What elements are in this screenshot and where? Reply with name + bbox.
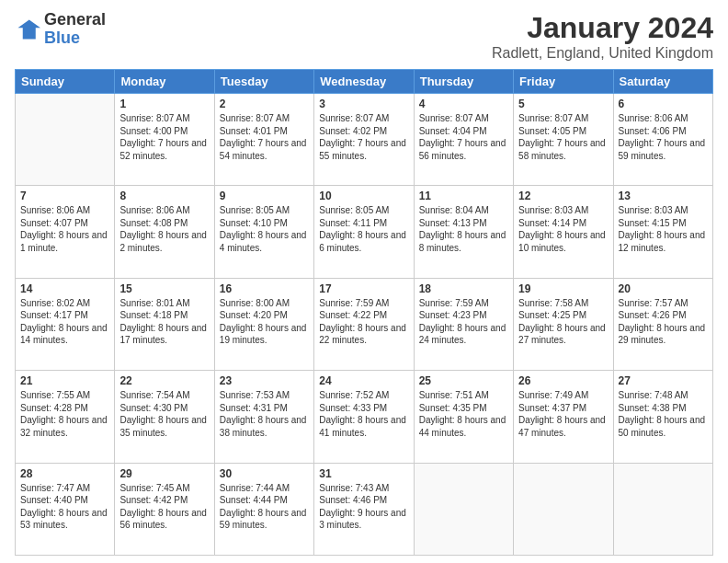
day-number: 23	[220, 374, 309, 387]
calendar-cell: 15Sunrise: 8:01 AMSunset: 4:18 PMDayligh…	[115, 278, 214, 370]
day-number: 1	[119, 98, 209, 110]
svg-marker-0	[18, 19, 41, 39]
header: General Blue January 2024 Radlett, Engla…	[15, 11, 713, 62]
calendar-cell: 7Sunrise: 8:06 AMSunset: 4:07 PMDaylight…	[16, 186, 115, 278]
calendar-cell: 14Sunrise: 8:02 AMSunset: 4:17 PMDayligh…	[16, 278, 115, 370]
cell-info: Sunrise: 7:49 AMSunset: 4:37 PMDaylight:…	[518, 389, 608, 439]
cell-info: Sunrise: 7:59 AMSunset: 4:22 PMDaylight:…	[319, 297, 408, 347]
calendar-cell: 28Sunrise: 7:47 AMSunset: 4:40 PMDayligh…	[16, 463, 115, 555]
calendar: SundayMondayTuesdayWednesdayThursdayFrid…	[15, 69, 713, 556]
cell-info: Sunrise: 8:03 AMSunset: 4:15 PMDaylight:…	[619, 204, 708, 254]
calendar-cell: 20Sunrise: 7:57 AMSunset: 4:26 PMDayligh…	[613, 278, 712, 370]
day-number: 17	[319, 282, 408, 295]
day-number: 13	[619, 190, 708, 202]
calendar-header-friday: Friday	[514, 70, 613, 94]
title-block: January 2024 Radlett, England, United Ki…	[492, 11, 713, 62]
cell-info: Sunrise: 7:48 AMSunset: 4:38 PMDaylight:…	[619, 389, 708, 439]
calendar-cell: 6Sunrise: 8:06 AMSunset: 4:06 PMDaylight…	[613, 94, 712, 186]
calendar-cell: 1Sunrise: 8:07 AMSunset: 4:00 PMDaylight…	[115, 94, 214, 186]
calendar-cell: 9Sunrise: 8:05 AMSunset: 4:10 PMDaylight…	[214, 186, 313, 278]
day-number: 2	[220, 98, 309, 110]
calendar-cell: 4Sunrise: 8:07 AMSunset: 4:04 PMDaylight…	[414, 94, 513, 186]
calendar-cell: 23Sunrise: 7:53 AMSunset: 4:31 PMDayligh…	[214, 371, 313, 463]
day-number: 8	[119, 190, 209, 202]
day-number: 31	[319, 467, 408, 480]
day-number: 22	[119, 374, 209, 387]
calendar-cell: 10Sunrise: 8:05 AMSunset: 4:11 PMDayligh…	[314, 186, 414, 278]
cell-info: Sunrise: 8:06 AMSunset: 4:07 PMDaylight:…	[20, 204, 109, 254]
calendar-cell: 22Sunrise: 7:54 AMSunset: 4:30 PMDayligh…	[115, 371, 214, 463]
logo: General Blue	[15, 11, 106, 48]
calendar-cell: 16Sunrise: 8:00 AMSunset: 4:20 PMDayligh…	[214, 278, 313, 370]
calendar-cell: 19Sunrise: 7:58 AMSunset: 4:25 PMDayligh…	[514, 278, 613, 370]
cell-info: Sunrise: 7:45 AMSunset: 4:42 PMDaylight:…	[119, 482, 209, 532]
cell-info: Sunrise: 8:07 AMSunset: 4:05 PMDaylight:…	[518, 112, 608, 162]
calendar-cell	[16, 94, 115, 186]
calendar-header-thursday: Thursday	[414, 70, 513, 94]
calendar-week-row: 28Sunrise: 7:47 AMSunset: 4:40 PMDayligh…	[16, 463, 713, 555]
calendar-cell: 24Sunrise: 7:52 AMSunset: 4:33 PMDayligh…	[314, 371, 414, 463]
logo-text: General Blue	[44, 11, 106, 48]
calendar-header-tuesday: Tuesday	[214, 70, 313, 94]
calendar-cell: 5Sunrise: 8:07 AMSunset: 4:05 PMDaylight…	[514, 94, 613, 186]
cell-info: Sunrise: 8:05 AMSunset: 4:10 PMDaylight:…	[220, 204, 309, 254]
day-number: 10	[319, 190, 408, 202]
day-number: 9	[220, 190, 309, 202]
page: General Blue January 2024 Radlett, Engla…	[0, 0, 728, 563]
cell-info: Sunrise: 7:54 AMSunset: 4:30 PMDaylight:…	[119, 389, 209, 439]
calendar-header-sunday: Sunday	[16, 70, 115, 94]
calendar-cell: 27Sunrise: 7:48 AMSunset: 4:38 PMDayligh…	[613, 371, 712, 463]
day-number: 28	[20, 467, 109, 480]
day-number: 5	[518, 98, 608, 110]
calendar-cell: 3Sunrise: 8:07 AMSunset: 4:02 PMDaylight…	[314, 94, 414, 186]
day-number: 4	[419, 98, 508, 110]
day-number: 16	[220, 282, 309, 295]
logo-icon	[15, 17, 40, 42]
logo-general-text: General	[44, 11, 106, 29]
cell-info: Sunrise: 8:06 AMSunset: 4:06 PMDaylight:…	[619, 112, 708, 162]
cell-info: Sunrise: 7:59 AMSunset: 4:23 PMDaylight:…	[419, 297, 508, 347]
calendar-header-monday: Monday	[115, 70, 214, 94]
calendar-cell: 13Sunrise: 8:03 AMSunset: 4:15 PMDayligh…	[613, 186, 712, 278]
cell-info: Sunrise: 8:05 AMSunset: 4:11 PMDaylight:…	[319, 204, 408, 254]
cell-info: Sunrise: 8:03 AMSunset: 4:14 PMDaylight:…	[518, 204, 608, 254]
day-number: 26	[518, 374, 608, 387]
cell-info: Sunrise: 7:55 AMSunset: 4:28 PMDaylight:…	[20, 389, 109, 439]
calendar-cell: 31Sunrise: 7:43 AMSunset: 4:46 PMDayligh…	[314, 463, 414, 555]
day-number: 19	[518, 282, 608, 295]
cell-info: Sunrise: 8:02 AMSunset: 4:17 PMDaylight:…	[20, 297, 109, 347]
day-number: 12	[518, 190, 608, 202]
calendar-cell	[514, 463, 613, 555]
cell-info: Sunrise: 7:53 AMSunset: 4:31 PMDaylight:…	[220, 389, 309, 439]
day-number: 27	[619, 374, 708, 387]
cell-info: Sunrise: 8:07 AMSunset: 4:02 PMDaylight:…	[319, 112, 408, 162]
month-title: January 2024	[492, 11, 713, 45]
cell-info: Sunrise: 7:57 AMSunset: 4:26 PMDaylight:…	[619, 297, 708, 347]
day-number: 21	[20, 374, 109, 387]
day-number: 3	[319, 98, 408, 110]
calendar-cell: 11Sunrise: 8:04 AMSunset: 4:13 PMDayligh…	[414, 186, 513, 278]
day-number: 6	[619, 98, 708, 110]
calendar-cell: 21Sunrise: 7:55 AMSunset: 4:28 PMDayligh…	[16, 371, 115, 463]
cell-info: Sunrise: 7:43 AMSunset: 4:46 PMDaylight:…	[319, 482, 408, 532]
day-number: 18	[419, 282, 508, 295]
calendar-cell: 26Sunrise: 7:49 AMSunset: 4:37 PMDayligh…	[514, 371, 613, 463]
cell-info: Sunrise: 8:00 AMSunset: 4:20 PMDaylight:…	[220, 297, 309, 347]
cell-info: Sunrise: 7:47 AMSunset: 4:40 PMDaylight:…	[20, 482, 109, 532]
cell-info: Sunrise: 8:01 AMSunset: 4:18 PMDaylight:…	[119, 297, 209, 347]
location: Radlett, England, United Kingdom	[492, 45, 713, 62]
calendar-cell: 18Sunrise: 7:59 AMSunset: 4:23 PMDayligh…	[414, 278, 513, 370]
calendar-cell: 30Sunrise: 7:44 AMSunset: 4:44 PMDayligh…	[214, 463, 313, 555]
calendar-header-wednesday: Wednesday	[314, 70, 414, 94]
day-number: 7	[20, 190, 109, 202]
cell-info: Sunrise: 8:07 AMSunset: 4:00 PMDaylight:…	[119, 112, 209, 162]
logo-blue-text: Blue	[44, 29, 106, 48]
day-number: 11	[419, 190, 508, 202]
cell-info: Sunrise: 7:58 AMSunset: 4:25 PMDaylight:…	[518, 297, 608, 347]
day-number: 24	[319, 374, 408, 387]
day-number: 14	[20, 282, 109, 295]
cell-info: Sunrise: 7:52 AMSunset: 4:33 PMDaylight:…	[319, 389, 408, 439]
calendar-cell: 2Sunrise: 8:07 AMSunset: 4:01 PMDaylight…	[214, 94, 313, 186]
cell-info: Sunrise: 7:51 AMSunset: 4:35 PMDaylight:…	[419, 389, 508, 439]
calendar-week-row: 7Sunrise: 8:06 AMSunset: 4:07 PMDaylight…	[16, 186, 713, 278]
